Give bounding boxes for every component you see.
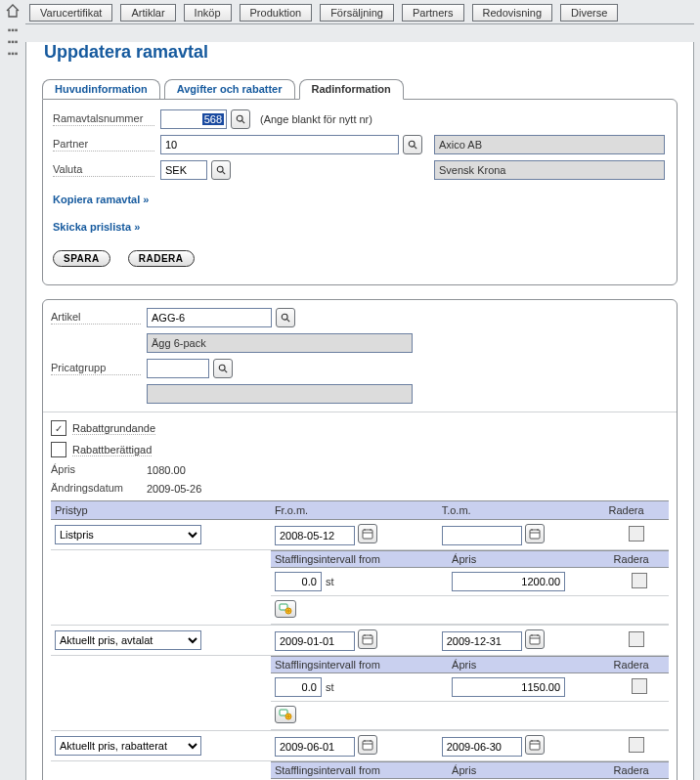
ramavtalsnummer-label: Ramavtalsnummer xyxy=(53,112,154,126)
save-button[interactable]: SPARA xyxy=(53,250,110,267)
from-input[interactable] xyxy=(275,737,355,757)
th-sub-radera: Radera xyxy=(610,551,669,568)
artikel-label: Artikel xyxy=(51,311,141,325)
rabattberattigad-label: Rabattberättigad xyxy=(72,444,152,456)
tab-avgifter[interactable]: Avgifter och rabatter xyxy=(164,79,295,99)
artikel-lookup-icon[interactable] xyxy=(276,308,295,327)
price-row: Aktuellt pris, avtalat xyxy=(51,626,669,656)
ramavtalsnummer-input[interactable]: 568 xyxy=(160,109,227,129)
andringsdatum-label: Ändringsdatum xyxy=(51,482,141,495)
row-delete-checkbox[interactable] xyxy=(629,526,644,542)
staffling-row: Stafflingsintervall fromÁprisRaderast xyxy=(51,656,669,731)
row-delete-checkbox[interactable] xyxy=(629,737,644,753)
calendar-icon[interactable] xyxy=(358,735,377,755)
pricatgrupp-name xyxy=(147,384,413,404)
staffling-row: Stafflingsintervall fromÁprisRaderast xyxy=(51,761,669,781)
pristyp-select[interactable]: Aktuellt pris, rabatterat xyxy=(55,736,201,756)
svg-rect-10 xyxy=(363,530,372,539)
price-table: Pristyp Fr.o.m. T.o.m. Radera Listpris S… xyxy=(51,500,669,780)
add-staffling-icon[interactable] xyxy=(275,600,296,618)
tab-huvudinformation[interactable]: Huvudinformation xyxy=(42,79,160,99)
th-sub-apris: Ápris xyxy=(448,551,609,568)
th-stafflings: Stafflingsintervall from xyxy=(271,551,448,568)
th-sub-radera: Radera xyxy=(610,657,669,673)
calendar-icon[interactable] xyxy=(525,735,545,755)
apris-input[interactable] xyxy=(452,572,565,591)
sub-delete-checkbox[interactable] xyxy=(632,678,647,694)
sub-delete-checkbox[interactable] xyxy=(632,573,647,588)
from-input[interactable] xyxy=(275,526,355,545)
delete-button[interactable]: RADERA xyxy=(128,250,195,267)
tom-input[interactable] xyxy=(442,526,522,545)
svg-point-4 xyxy=(217,166,223,172)
svg-line-7 xyxy=(287,320,290,323)
top-menu: Varucertifikat Artiklar Inköp Produktion… xyxy=(25,0,694,23)
svg-line-9 xyxy=(225,370,228,373)
tab-radinformation[interactable]: Radinformation xyxy=(299,79,404,100)
row-delete-checkbox[interactable] xyxy=(629,631,644,647)
price-row: Aktuellt pris, rabatterat xyxy=(51,731,669,761)
menu-inkop[interactable]: Inköp xyxy=(184,4,232,22)
pricatgrupp-lookup-icon[interactable] xyxy=(213,359,233,378)
calendar-icon[interactable] xyxy=(358,524,377,543)
artikel-input[interactable] xyxy=(147,308,272,327)
head-panel: Ramavtalsnummer 568 (Ange blankt för nyt… xyxy=(42,99,678,285)
valuta-input[interactable] xyxy=(160,160,207,180)
menu-forsaljning[interactable]: Försäljning xyxy=(320,4,394,22)
pricatgrupp-input[interactable] xyxy=(147,359,209,378)
pricatgrupp-label: Pricatgrupp xyxy=(51,362,141,375)
tom-input[interactable] xyxy=(442,631,522,651)
calendar-icon[interactable] xyxy=(525,524,545,543)
th-tom: T.o.m. xyxy=(438,501,605,520)
svg-rect-30 xyxy=(363,741,372,750)
rabattgrundande-label: Rabattgrundande xyxy=(72,422,155,435)
pristyp-select[interactable]: Aktuellt pris, avtalat xyxy=(55,630,201,650)
valuta-lookup-icon[interactable] xyxy=(211,160,231,180)
th-stafflings: Stafflingsintervall from xyxy=(271,657,448,673)
andringsdatum-value: 2009-05-26 xyxy=(147,483,201,495)
rabattberattigad-checkbox[interactable] xyxy=(51,442,66,457)
th-radera: Radera xyxy=(604,501,669,520)
svg-point-2 xyxy=(409,141,415,147)
apris-input[interactable] xyxy=(452,677,565,697)
th-sub-radera: Radera xyxy=(610,762,669,779)
unit-label: st xyxy=(326,576,334,587)
menu-diverse[interactable]: Diverse xyxy=(560,4,618,22)
stafflings-input[interactable] xyxy=(275,572,322,591)
svg-rect-24 xyxy=(530,635,540,644)
partner-lookup-icon[interactable] xyxy=(403,135,422,154)
stafflings-input[interactable] xyxy=(275,677,322,697)
menu-varucertifikat[interactable]: Varucertifikat xyxy=(29,4,112,22)
svg-point-8 xyxy=(219,365,225,370)
kopiera-link[interactable]: Kopiera ramavtal » xyxy=(53,194,149,205)
menu-redovisning[interactable]: Redovisning xyxy=(472,4,553,22)
apris-value: 1080.00 xyxy=(147,464,186,476)
svg-point-6 xyxy=(282,314,287,320)
home-icon[interactable] xyxy=(0,4,25,18)
svg-point-0 xyxy=(237,115,242,121)
ramavtalsnummer-lookup-icon[interactable] xyxy=(231,109,250,129)
tabs: Huvudinformation Avgifter och rabatter R… xyxy=(42,78,685,99)
valuta-name: Svensk Krona xyxy=(434,160,665,180)
skicka-link[interactable]: Skicka prislista » xyxy=(53,221,140,233)
article-panel: Artikel Ägg 6-pack Pricatgrupp xyxy=(42,299,678,780)
add-staffling-icon[interactable] xyxy=(275,706,296,723)
calendar-icon[interactable] xyxy=(358,629,377,649)
from-input[interactable] xyxy=(275,631,355,651)
svg-rect-20 xyxy=(363,635,372,644)
pristyp-select[interactable]: Listpris xyxy=(55,525,201,544)
menu-produktion[interactable]: Produktion xyxy=(240,4,313,22)
rabattgrundande-checkbox[interactable]: ✓ xyxy=(51,420,66,436)
menu-partners[interactable]: Partners xyxy=(402,4,464,22)
menu-artiklar[interactable]: Artiklar xyxy=(120,4,175,22)
th-sub-apris: Ápris xyxy=(448,657,609,673)
ramavtalsnummer-hint: (Ange blankt för nytt nr) xyxy=(260,113,372,125)
apris-label: Ápris xyxy=(51,463,141,476)
partner-input[interactable] xyxy=(160,135,399,154)
calendar-icon[interactable] xyxy=(525,629,545,649)
unit-label: st xyxy=(326,681,334,693)
th-stafflings: Stafflingsintervall from xyxy=(271,762,448,779)
artikel-name: Ägg 6-pack xyxy=(147,333,413,353)
grip-icon[interactable]: ▪▪▪▪▪▪▪▪▪ xyxy=(8,24,19,59)
tom-input[interactable] xyxy=(442,737,522,757)
